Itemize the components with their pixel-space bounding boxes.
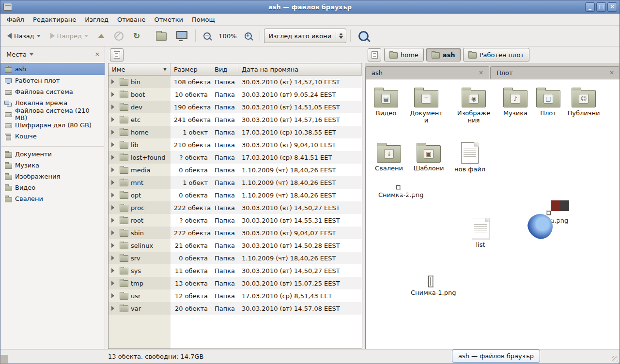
table-row[interactable]: media 0 обекта Папка 1.10.2009 (чт) 18,4…: [108, 164, 362, 176]
table-row[interactable]: root ? обекта Папка 30.03.2010 (вт) 14,5…: [108, 214, 362, 227]
table-row[interactable]: srv 0 обекта Папка 1.10.2009 (чт) 18,40,…: [108, 252, 362, 264]
places-item[interactable]: [1, 142, 104, 147]
tab-ash[interactable]: ash ×: [365, 66, 489, 79]
column-header-date[interactable]: Дата на промяна: [238, 63, 362, 75]
expander-icon[interactable]: [111, 130, 117, 135]
table-row[interactable]: mnt 1 обект Папка 1.10.2009 (чт) 18,40,2…: [108, 176, 362, 189]
table-row[interactable]: lib 210 обекта Папка 30.03.2010 (вт) 9,0…: [108, 138, 362, 151]
desktop-icon[interactable]: □ Плот: [528, 86, 569, 117]
column-header-name[interactable]: Име ▼: [108, 63, 170, 75]
zoom-in-button[interactable]: +: [241, 28, 256, 44]
expander-icon[interactable]: [111, 218, 117, 223]
menu-item[interactable]: Изглед: [80, 15, 113, 24]
places-item[interactable]: Документи: [0, 149, 105, 160]
places-item[interactable]: Работен плот: [0, 75, 105, 86]
table-row[interactable]: bin 108 обекта Папка 30.03.2010 (вт) 14,…: [108, 76, 362, 88]
location-toggle-button[interactable]: [368, 48, 381, 61]
places-item[interactable]: Файлова система (210 MB): [0, 108, 105, 120]
up-button[interactable]: [94, 28, 108, 44]
places-item[interactable]: Свалени: [0, 193, 105, 204]
titlebar[interactable]: ash — файлов браузър _ □ ×: [0, 0, 620, 14]
table-row[interactable]: boot 10 обекта Папка 30.03.2010 (вт) 9,0…: [108, 88, 362, 101]
search-button[interactable]: [355, 28, 372, 44]
places-close-button[interactable]: ×: [93, 50, 102, 59]
row-size-cell: 190 обекта: [170, 104, 211, 111]
location-toggle-button[interactable]: [110, 48, 124, 61]
expander-icon[interactable]: [111, 79, 117, 84]
pathbar-button[interactable]: home: [384, 48, 424, 61]
zoom-out-button[interactable]: −: [200, 28, 215, 44]
places-item[interactable]: Музика: [0, 160, 105, 171]
table-row[interactable]: home 1 обект Папка 17.03.2010 (ср) 10,38…: [108, 126, 362, 138]
expander-icon[interactable]: [111, 167, 117, 172]
pathbar-label: home: [401, 51, 418, 59]
expander-icon[interactable]: [111, 92, 117, 97]
places-item[interactable]: Файлова система: [0, 86, 105, 97]
expander-icon[interactable]: [111, 306, 117, 311]
expander-icon[interactable]: [111, 180, 117, 185]
home-button[interactable]: [152, 28, 170, 44]
desktop-icon[interactable]: GUADEC Снимка-2.png: [371, 185, 425, 198]
tab-close-icon[interactable]: ×: [608, 69, 616, 77]
desktop-icon[interactable]: ◉ Изображения: [453, 86, 494, 124]
places-item[interactable]: Кошче: [0, 131, 105, 142]
tab-desktop[interactable]: Плот ×: [490, 66, 620, 79]
desktop-icon[interactable]: нов файл: [450, 142, 490, 173]
view-mode-combo[interactable]: Изглед като икони: [264, 29, 347, 43]
menu-item[interactable]: Отиване: [113, 15, 150, 24]
table-row[interactable]: etc 241 обекта Папка 30.03.2010 (вт) 14,…: [108, 113, 362, 126]
menu-item[interactable]: Файл: [2, 15, 29, 24]
expander-icon[interactable]: [111, 243, 117, 248]
reload-button[interactable]: ↻: [129, 28, 144, 44]
expander-icon[interactable]: [111, 155, 117, 160]
expander-icon[interactable]: [111, 293, 117, 298]
expander-icon[interactable]: [111, 281, 117, 286]
table-row[interactable]: dev 190 обекта Папка 30.03.2010 (вт) 14,…: [108, 101, 362, 113]
places-selector[interactable]: Места: [3, 49, 36, 60]
table-row[interactable]: proc 222 обекта Папка 30.03.2010 (вт) 14…: [108, 201, 362, 214]
expander-icon[interactable]: [111, 268, 117, 273]
column-header-size[interactable]: Размер: [170, 63, 211, 75]
expander-icon[interactable]: [111, 256, 117, 260]
desktop-icon[interactable]: GNOME Store Снимка.png: [522, 211, 576, 224]
expander-icon[interactable]: [111, 205, 117, 210]
table-row[interactable]: opt 0 обекта Папка 1.10.2009 (чт) 18,40,…: [108, 189, 362, 201]
forward-button[interactable]: Напред: [46, 28, 92, 44]
expander-icon[interactable]: [111, 193, 117, 197]
table-row[interactable]: lost+found ? обекта Папка 17.03.2010 (ср…: [108, 151, 362, 164]
menu-item[interactable]: Редактиране: [29, 15, 80, 24]
table-row[interactable]: selinux 21 обекта Папка 30.03.2010 (вт) …: [108, 239, 362, 252]
desktop-icon[interactable]: ↓ Свалени: [369, 141, 409, 172]
desktop-icon[interactable]: Снимка-1.png: [403, 276, 458, 296]
menu-item[interactable]: Помощ: [187, 15, 219, 24]
pathbar-button[interactable]: ash: [426, 48, 461, 61]
tasklist-window-button[interactable]: ash — файлов браузър: [452, 349, 540, 363]
desktop-icon[interactable]: ☺ Публични: [563, 86, 604, 117]
pathbar-button[interactable]: Работен плот: [463, 48, 529, 61]
expander-icon[interactable]: [111, 142, 117, 147]
computer-button[interactable]: [172, 28, 191, 44]
desktop-icon[interactable]: list: [460, 218, 501, 248]
table-row[interactable]: sbin 272 обекта Папка 30.03.2010 (вт) 9,…: [108, 227, 362, 239]
back-button[interactable]: Назад: [3, 28, 45, 44]
expander-icon[interactable]: [111, 117, 117, 122]
resize-grip[interactable]: [612, 356, 619, 363]
stop-button[interactable]: [110, 28, 127, 44]
places-item[interactable]: Видео: [0, 182, 105, 193]
column-header-type[interactable]: Вид: [211, 63, 238, 75]
table-row[interactable]: usr 12 обекта Папка 17.03.2010 (ср) 8,51…: [108, 289, 362, 302]
menu-item[interactable]: Отметки: [150, 15, 187, 24]
desktop-icon[interactable]: ▣ Шаблони: [408, 141, 449, 172]
tab-close-icon[interactable]: ×: [477, 69, 485, 77]
places-item[interactable]: Изображения: [0, 171, 105, 182]
places-item[interactable]: Шифриран дял (80 GB): [0, 120, 105, 131]
expander-icon[interactable]: [111, 105, 117, 109]
table-row[interactable]: tmp 13 обекта Папка 30.03.2010 (вт) 15,0…: [108, 277, 362, 289]
places-item[interactable]: ash: [0, 63, 105, 75]
table-row[interactable]: var 20 обекта Папка 30.03.2010 (вт) 14,5…: [108, 302, 362, 315]
desktop-icon[interactable]: ≡ Документи: [406, 86, 447, 124]
expander-icon[interactable]: [111, 230, 117, 235]
desktop-icon[interactable]: ▤ Видео: [366, 86, 406, 117]
icon-view-canvas[interactable]: ▤ Видео ≡ Документи: [365, 79, 620, 349]
table-row[interactable]: sys 11 обекта Папка 30.03.2010 (вт) 14,5…: [108, 264, 362, 277]
